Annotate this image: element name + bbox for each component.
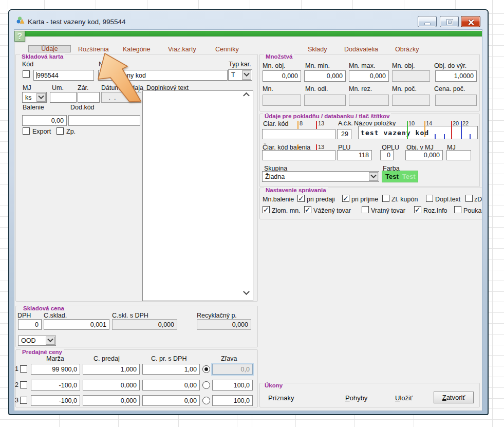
mn-odl-input[interactable] [304,95,346,106]
vratny-checkbox[interactable] [362,206,369,213]
price-row1-checkbox[interactable] [20,365,27,373]
group-nastavenie-title: Nastavenie správania [264,187,328,193]
tab-rozsirenia[interactable]: Rozšírenia [78,46,109,53]
help-button[interactable]: ? [14,31,25,42]
mn-max-input[interactable]: 0,000 [349,70,389,82]
priprijme-checkbox[interactable] [342,195,349,202]
ood-combo[interactable]: OOD [18,336,56,346]
pohyby-button[interactable]: Pohyby [345,394,367,402]
kod-input[interactable]: 995544 [33,70,94,81]
marza-input-2[interactable]: -100,0 [31,380,80,391]
scroll-up-icon[interactable] [244,94,249,99]
nazov-input[interactable]: test vazeny kod [98,70,228,81]
price-row2-checkbox[interactable] [20,381,27,388]
dopltext-textarea[interactable] [142,90,253,301]
zlava-input-2[interactable]: 100,0 [212,380,253,391]
cpredaj-input-3[interactable]: 0,000 [83,395,140,406]
mn-obj2-input[interactable] [392,70,430,82]
objvmj-input[interactable]: 0,000 [405,150,443,160]
mj-combo[interactable]: ks [22,92,47,103]
dopltext-cb-label: Dopl.text [435,196,460,203]
vazeny-checkbox[interactable] [304,206,311,213]
priznaky-button[interactable]: Príznaky [268,394,294,402]
mn-label: Mn. [263,86,273,92]
recykl-input[interactable]: 0,000 [197,319,251,330]
price-row-num: 1 [15,366,18,373]
tab-obrazky[interactable]: Obrázky [395,46,419,53]
dph-input[interactable]: 0 [18,319,42,330]
ciarkod-input[interactable] [262,129,335,139]
zatvorit-button[interactable]: Zatvoriť [434,392,474,403]
cprsdph-input-3[interactable]: 0,00 [142,395,200,406]
ood-combo-arrow[interactable] [46,337,55,345]
titlebar[interactable]: Karta - test vazeny kod, 995544 [9,10,488,30]
datum-input[interactable]: . . [101,92,141,103]
tab-udaje[interactable]: Údaje [28,45,71,52]
tab-dodavatelia[interactable]: Dodávatelia [344,46,378,53]
mn-rez-input[interactable] [349,95,389,106]
cprsdph-input-2[interactable]: 0,00 [142,380,200,391]
cpredaj-input-2[interactable]: 0,000 [83,380,140,391]
price-row1-radio[interactable] [202,365,210,373]
mn-poc-input[interactable] [392,95,430,106]
ack-input[interactable]: 29 [337,129,351,139]
zd-checkbox[interactable] [465,195,473,202]
cprsdph-header: C. pr. s DPH [151,356,186,362]
price-row3-radio[interactable] [202,397,210,404]
obj-do-vyr-input[interactable]: 1,0000 [435,70,477,82]
price-row3-checkbox[interactable] [20,397,27,404]
mn-input[interactable] [263,95,301,106]
skupina-combo-arrow[interactable] [369,172,378,181]
marza-input-3[interactable]: -100,0 [31,395,80,406]
csklad-input[interactable]: 0,001 [44,319,109,330]
zlava-input-3[interactable]: 100,0 [212,395,253,406]
group-ukony-title: Úkony [263,382,284,388]
tab-sklady[interactable]: Sklady [308,46,327,53]
mn-odl-label: Mn. odl. [305,86,328,92]
tab-cenniky[interactable]: Cenníky [215,46,239,53]
price-row2-radio[interactable] [202,381,210,389]
close-button[interactable] [461,16,480,27]
typkar-combo[interactable]: T [228,69,252,81]
zar-input[interactable] [78,92,100,103]
maximize-button[interactable] [440,16,459,27]
mn-max-label: Mn. max. [349,63,375,69]
um-input[interactable] [50,92,77,103]
farba-swatch[interactable]: Test Test [382,171,418,182]
tab-viazkarty[interactable]: Viaz.karty [168,46,196,53]
plu-input[interactable]: 118 [337,150,372,160]
typkar-combo-arrow[interactable] [242,70,251,80]
export-checkbox[interactable] [23,127,30,135]
skupina-combo[interactable]: Žiadna [262,171,379,182]
zp-label: Zp. [66,128,76,135]
mn-min-input[interactable]: 0,000 [304,70,346,82]
cpredaj-input-1[interactable]: 1,000 [83,364,140,375]
scroll-down-icon[interactable] [244,291,249,296]
kod-checkbox[interactable] [23,70,30,78]
rozinfo-checkbox[interactable] [414,206,421,213]
cpredaj-header: C. predaj [94,356,120,362]
minimize-button[interactable] [418,16,437,27]
cena-poc-input[interactable] [435,95,477,106]
ciarkodbal-input[interactable] [262,150,335,160]
cskldph-input[interactable]: 0,000 [112,319,177,330]
ulozit-button[interactable]: Uložiť [395,394,413,402]
pouka-checkbox[interactable] [454,206,461,213]
zp-checkbox[interactable] [57,127,64,135]
marza-input-1[interactable]: 99 900,0 [31,364,80,375]
cprsdph-input-1[interactable]: 1,00 [142,364,200,375]
dodkod-input[interactable] [68,115,140,126]
balenie-input[interactable]: 0,00 [22,115,67,126]
pripredaji-checkbox[interactable] [297,195,305,202]
zlkupon-checkbox[interactable] [382,195,389,202]
ciarkodbal-mark-13: 13 [318,144,324,150]
mn-obj-input[interactable]: 0,000 [263,70,301,82]
zlava-input-1[interactable]: 0,0 [212,364,253,375]
mj-combo-arrow[interactable] [36,93,46,102]
qplu-input[interactable]: 0 [380,150,394,160]
mj2-input[interactable] [446,150,471,160]
dopltext-checkbox[interactable] [426,195,433,202]
tab-kategorie[interactable]: Kategórie [123,46,151,53]
nazov-polozky-input[interactable]: test vazeny kod [358,126,478,139]
zlommn-checkbox[interactable] [263,206,270,213]
